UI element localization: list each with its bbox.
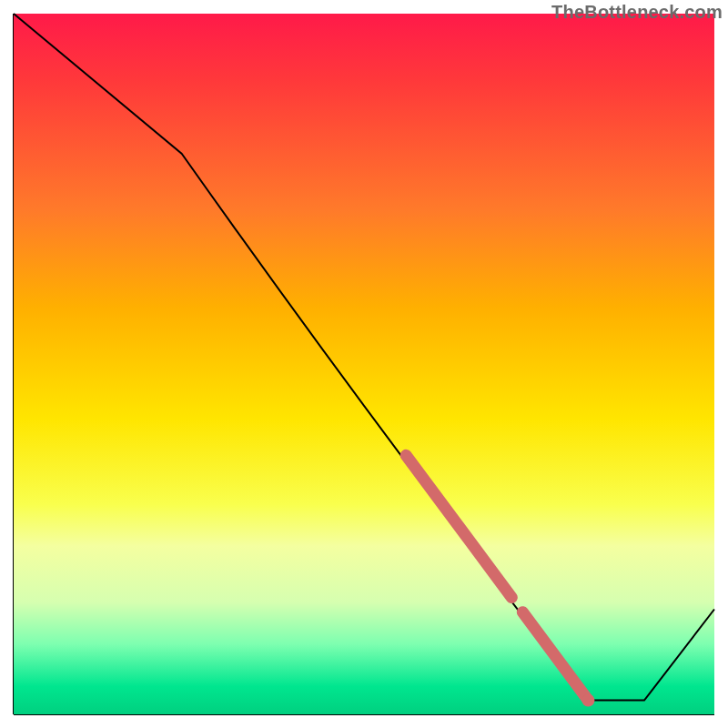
highlight-segment [406,455,588,700]
bottleneck-curve-line [14,14,714,701]
highlight-end-dot [581,694,594,707]
watermark-text: TheBottleneck.com [551,2,723,23]
chart-svg [14,14,714,714]
chart-container: TheBottleneck.com [0,0,728,728]
x-axis-line [14,714,714,715]
